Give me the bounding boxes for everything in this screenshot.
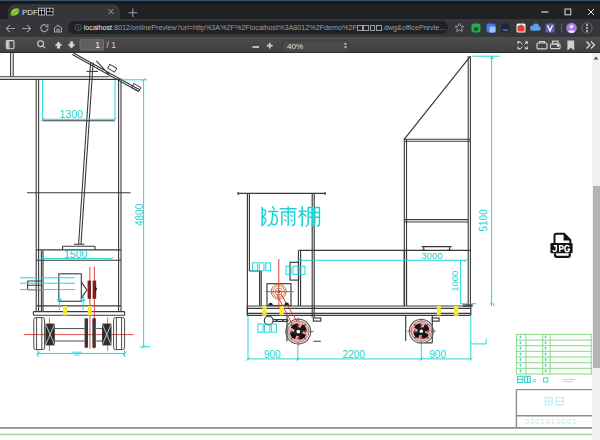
svg-text:40%: 40% [287,42,303,51]
svg-text:0301010001: 0301010001 [525,417,578,426]
svg-text:1: 1 [95,40,100,50]
svg-text:PDF: PDF [22,8,38,17]
svg-text:900: 900 [429,349,446,360]
svg-text:5100: 5100 [478,209,489,232]
svg-text:2200: 2200 [343,349,366,360]
svg-text:/ 1: / 1 [107,40,117,50]
svg-text:1500: 1500 [64,248,88,260]
svg-text:1300: 1300 [60,108,84,120]
svg-text:4800: 4800 [134,203,145,226]
svg-text:1000: 1000 [449,271,460,292]
svg-text:900: 900 [264,349,281,360]
svg-text:3000: 3000 [421,250,442,261]
